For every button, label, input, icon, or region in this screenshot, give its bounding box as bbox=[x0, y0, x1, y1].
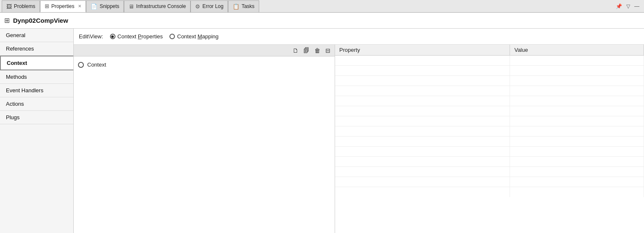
tab-properties[interactable]: ⊞Properties✕ bbox=[40, 0, 86, 12]
value-cell-0 bbox=[510, 56, 644, 66]
tab-snippets[interactable]: 📄Snippets bbox=[86, 0, 124, 12]
property-cell-7 bbox=[335, 126, 510, 137]
tree-item-radio-context-node bbox=[78, 62, 84, 68]
table-row[interactable] bbox=[335, 187, 644, 197]
table-row[interactable] bbox=[335, 76, 644, 86]
problems-tab-label: Problems bbox=[14, 3, 35, 9]
property-cell-1 bbox=[335, 66, 510, 76]
sidebar-item-references[interactable]: References bbox=[0, 42, 73, 56]
tree-panel: 🗋🗐🗑⊟ Context bbox=[74, 45, 335, 233]
value-cell-4 bbox=[510, 96, 644, 106]
value-cell-10 bbox=[510, 157, 644, 167]
title-icon: ⊞ bbox=[4, 16, 10, 24]
tab-error-log[interactable]: ⚙Error Log bbox=[191, 0, 228, 12]
radio-label-properties: Context Properties bbox=[118, 33, 163, 40]
snippets-tab-label: Snippets bbox=[99, 3, 119, 9]
property-cell-11 bbox=[335, 167, 510, 177]
radio-context-mapping[interactable]: Context Mapping bbox=[169, 33, 218, 40]
sidebar-item-context[interactable]: Context bbox=[0, 56, 73, 70]
delete-button[interactable]: 🗑 bbox=[313, 47, 322, 54]
tab-bar: 🖼Problems⊞Properties✕📄Snippets🖥Infrastru… bbox=[0, 0, 644, 13]
value-cell-1 bbox=[510, 66, 644, 76]
title-bar: ⊞ Dynp02CompView bbox=[0, 13, 644, 29]
edit-view-label: Edit\View: bbox=[79, 33, 103, 40]
table-row[interactable] bbox=[335, 106, 644, 116]
chevron-down-button[interactable]: ▽ bbox=[625, 3, 631, 10]
value-cell-7 bbox=[510, 126, 644, 137]
property-table: Property Value bbox=[335, 45, 644, 197]
tasks-tab-label: Tasks bbox=[241, 3, 255, 9]
tab-problems[interactable]: 🖼Problems bbox=[2, 0, 40, 12]
page-title: Dynp02CompView bbox=[13, 17, 68, 24]
table-row[interactable] bbox=[335, 96, 644, 106]
tab-bar-actions: 📌 ▽ — bbox=[614, 3, 642, 10]
radio-circle-properties bbox=[110, 34, 115, 39]
value-cell-6 bbox=[510, 116, 644, 126]
minimize-button[interactable]: — bbox=[633, 3, 641, 10]
value-cell-8 bbox=[510, 137, 644, 147]
error-log-tab-icon: ⚙ bbox=[195, 3, 200, 10]
table-row[interactable] bbox=[335, 116, 644, 126]
table-row[interactable] bbox=[335, 66, 644, 76]
property-col-header: Property bbox=[335, 45, 510, 56]
tab-tasks[interactable]: 📋Tasks bbox=[228, 0, 259, 12]
table-row[interactable] bbox=[335, 167, 644, 177]
property-cell-2 bbox=[335, 76, 510, 86]
radio-circle-mapping bbox=[169, 34, 175, 39]
value-cell-13 bbox=[510, 187, 644, 197]
tree-item-label-context-node: Context bbox=[87, 62, 106, 68]
snippets-tab-icon: 📄 bbox=[91, 3, 97, 10]
property-cell-3 bbox=[335, 86, 510, 96]
property-cell-8 bbox=[335, 137, 510, 147]
radio-label-mapping: Context Mapping bbox=[177, 33, 218, 40]
tasks-tab-icon: 📋 bbox=[233, 3, 239, 10]
sidebar-item-event-handlers[interactable]: Event Handlers bbox=[0, 84, 73, 97]
radio-context-properties[interactable]: Context Properties bbox=[110, 33, 163, 40]
infrastructure-console-tab-icon: 🖥 bbox=[129, 3, 134, 10]
sidebar-item-actions[interactable]: Actions bbox=[0, 97, 73, 111]
value-cell-9 bbox=[510, 147, 644, 157]
property-cell-13 bbox=[335, 187, 510, 197]
value-cell-11 bbox=[510, 167, 644, 177]
table-row[interactable] bbox=[335, 126, 644, 137]
properties-tab-label: Properties bbox=[51, 3, 75, 9]
sidebar-item-general[interactable]: General bbox=[0, 29, 73, 42]
sidebar-item-methods[interactable]: Methods bbox=[0, 70, 73, 84]
table-row[interactable] bbox=[335, 157, 644, 167]
error-log-tab-label: Error Log bbox=[202, 3, 223, 9]
right-panel: Edit\View: Context Properties Context Ma… bbox=[74, 29, 644, 233]
property-cell-12 bbox=[335, 177, 510, 187]
table-row[interactable] bbox=[335, 137, 644, 147]
main-content: GeneralReferencesContextMethodsEvent Han… bbox=[0, 29, 644, 233]
value-cell-3 bbox=[510, 86, 644, 96]
table-row[interactable] bbox=[335, 56, 644, 66]
property-cell-5 bbox=[335, 106, 510, 116]
table-row[interactable] bbox=[335, 147, 644, 157]
value-cell-5 bbox=[510, 106, 644, 116]
property-cell-6 bbox=[335, 116, 510, 126]
properties-tab-icon: ⊞ bbox=[45, 3, 49, 9]
properties-tab-close[interactable]: ✕ bbox=[78, 4, 81, 8]
sidebar-item-plugs[interactable]: Plugs bbox=[0, 111, 73, 124]
tree-toolbar: 🗋🗐🗑⊟ bbox=[74, 45, 335, 56]
tree-content: Context bbox=[74, 56, 335, 233]
tree-item-context-node[interactable]: Context bbox=[78, 61, 330, 69]
value-cell-2 bbox=[510, 76, 644, 86]
panel-area: 🗋🗐🗑⊟ Context Property Value bbox=[74, 45, 644, 233]
property-cell-9 bbox=[335, 147, 510, 157]
collapse-button[interactable]: ⊟ bbox=[324, 47, 332, 54]
property-cell-0 bbox=[335, 56, 510, 66]
problems-tab-icon: 🖼 bbox=[6, 3, 12, 10]
tab-infrastructure-console[interactable]: 🖥Infrastructure Console bbox=[124, 0, 191, 12]
new-doc-button[interactable]: 🗋 bbox=[291, 47, 300, 54]
infrastructure-console-tab-label: Infrastructure Console bbox=[136, 3, 186, 9]
property-cell-4 bbox=[335, 96, 510, 106]
property-panel: Property Value bbox=[335, 45, 644, 233]
property-cell-10 bbox=[335, 157, 510, 167]
new-doc2-button[interactable]: 🗐 bbox=[302, 47, 311, 54]
table-row[interactable] bbox=[335, 86, 644, 96]
value-col-header: Value bbox=[510, 45, 644, 56]
table-row[interactable] bbox=[335, 177, 644, 187]
edit-view-bar: Edit\View: Context Properties Context Ma… bbox=[74, 29, 644, 45]
pin-button[interactable]: 📌 bbox=[614, 3, 623, 10]
